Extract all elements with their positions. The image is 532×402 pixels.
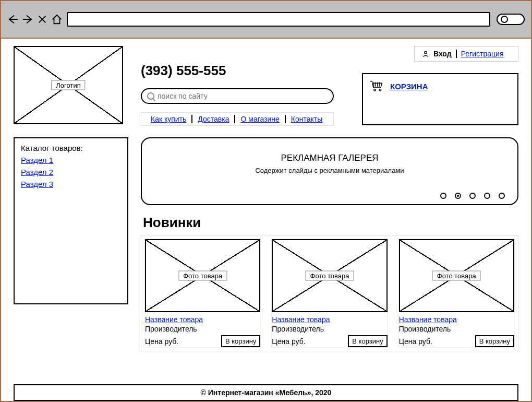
add-to-cart-button[interactable]: В корзину	[348, 335, 387, 347]
product-price: Цена руб.	[399, 337, 432, 346]
svg-point-2	[379, 89, 381, 91]
add-to-cart-button[interactable]: В корзину	[221, 335, 260, 347]
product-name-link[interactable]: Название товара	[399, 315, 514, 324]
gallery-title: РЕКЛАМНАЯ ГАЛЕРЕЯ	[142, 153, 517, 163]
phone-number: (393) 555-555	[141, 63, 349, 79]
product-name-link[interactable]: Название товара	[272, 315, 387, 324]
cart-box[interactable]: КОРЗИНА	[362, 73, 518, 125]
catalog-section-3[interactable]: Раздел 3	[21, 180, 121, 188]
url-bar[interactable]	[67, 12, 490, 27]
catalog-section-2[interactable]: Раздел 2	[21, 168, 121, 176]
product-grid: Фото товара Название товара Производител…	[141, 235, 518, 351]
auth-box: Вход Регистрация	[414, 46, 518, 62]
back-icon[interactable]	[7, 14, 19, 25]
cart-icon	[369, 80, 384, 92]
search-input[interactable]	[158, 92, 328, 100]
catalog-section-1[interactable]: Раздел 1	[21, 156, 121, 164]
browser-chrome	[1, 1, 531, 39]
gallery-dot-1[interactable]	[440, 193, 446, 199]
product-card: Фото товара Название товара Производител…	[271, 239, 388, 348]
product-maker: Производитель	[272, 325, 387, 333]
catalog-sidebar: Каталог товаров: Раздел 1 Раздел 2 Разде…	[14, 137, 128, 304]
product-photo-placeholder[interactable]: Фото товара	[399, 239, 514, 312]
product-price: Цена руб.	[272, 337, 305, 346]
new-items-heading: Новинки	[143, 215, 518, 231]
product-photo-placeholder[interactable]: Фото товара	[145, 239, 260, 312]
cart-link[interactable]: КОРЗИНА	[390, 82, 428, 91]
product-card: Фото товара Название товара Производител…	[398, 239, 515, 348]
gallery-subtitle: Содержит слайды с рекламными материалами	[142, 167, 517, 174]
forward-icon[interactable]	[22, 14, 33, 25]
link-delivery[interactable]: Доставка	[192, 115, 234, 123]
add-to-cart-button[interactable]: В корзину	[475, 335, 514, 347]
product-maker: Производитель	[145, 325, 260, 333]
logo-placeholder: Логотип	[14, 46, 123, 124]
home-icon[interactable]	[51, 14, 63, 25]
promo-gallery: РЕКЛАМНАЯ ГАЛЕРЕЯ Содержит слайды с рекл…	[141, 137, 518, 205]
gallery-dot-3[interactable]	[469, 193, 476, 199]
site-search[interactable]	[141, 88, 334, 104]
gallery-dot-5[interactable]	[499, 193, 505, 199]
svg-point-0	[425, 51, 427, 54]
search-icon	[147, 92, 154, 100]
gallery-dots	[440, 193, 505, 199]
product-card: Фото товара Название товара Производител…	[144, 239, 261, 348]
stop-icon[interactable]	[37, 14, 48, 25]
info-nav: Как купить Доставка О магазине Контакты	[141, 112, 334, 126]
product-price: Цена руб.	[145, 337, 178, 346]
photo-label: Фото товара	[178, 271, 227, 281]
svg-point-1	[374, 89, 376, 91]
catalog-title: Каталог товаров:	[21, 144, 121, 152]
register-link[interactable]: Регистрация	[461, 50, 504, 58]
product-photo-placeholder[interactable]: Фото товара	[272, 239, 387, 312]
link-about[interactable]: О магазине	[235, 115, 284, 123]
photo-label: Фото товара	[432, 271, 481, 281]
photo-label: Фото товара	[306, 271, 354, 281]
browser-search[interactable]	[497, 14, 525, 25]
login-link[interactable]: Вход	[433, 50, 452, 58]
gallery-dot-2[interactable]	[455, 193, 461, 199]
product-maker: Производитель	[399, 325, 514, 333]
product-name-link[interactable]: Название товара	[145, 315, 260, 324]
link-contacts[interactable]: Контакты	[286, 115, 328, 123]
user-icon	[422, 50, 429, 57]
logo-label: Логотип	[51, 80, 85, 90]
link-how-to-buy[interactable]: Как купить	[146, 115, 191, 123]
gallery-dot-4[interactable]	[484, 193, 490, 199]
footer: © Интернет-магазин «Мебель», 2020	[14, 384, 518, 401]
